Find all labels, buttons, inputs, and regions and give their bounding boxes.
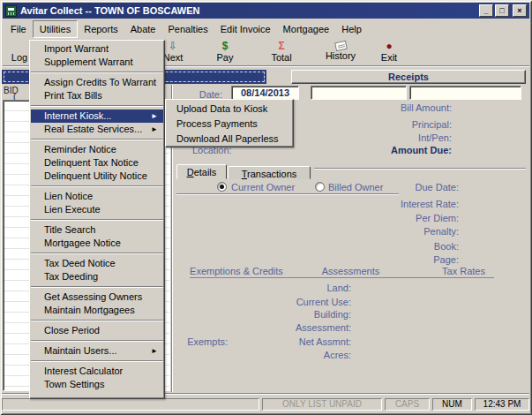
menu-item-town-settings[interactable]: Town Settings [31, 378, 163, 391]
close-button[interactable]: × [513, 4, 527, 17]
menu-item-lien-notice[interactable]: Lien Notice [31, 190, 163, 203]
amount-due-label: Amount Due: [335, 145, 452, 155]
interest-rate-label: Interest Rate: [300, 199, 459, 209]
date-field[interactable]: 08/14/2013 [231, 86, 299, 100]
menu-item-internet-kiosk[interactable]: Internet Kiosk...► [31, 109, 163, 123]
menu-item-tax-deeding[interactable]: Tax Deeding [31, 270, 163, 283]
menu-item-maintain-users[interactable]: Maintain Users...► [31, 344, 163, 358]
penalty-label: Penalty: [300, 226, 459, 237]
menu-separator [31, 286, 163, 287]
status-message-panel [2, 398, 259, 411]
menu-file[interactable]: File [4, 21, 33, 37]
menu-item-print-tax-bills[interactable]: Print Tax Bills [31, 89, 163, 102]
window-title: Avitar Collect -- TOWN OF BOSCAWEN [20, 5, 200, 16]
per-diem-label: Per Diem: [300, 213, 459, 223]
menu-reports[interactable]: Reports [78, 21, 124, 37]
bill-amount-label: Bill Amount: [335, 102, 452, 113]
submenu-arrow-icon: ► [151, 109, 158, 123]
current-use-label: Current Use: [221, 297, 351, 307]
acres-label: Acres: [221, 350, 351, 360]
submenu-arrow-icon: ► [151, 344, 158, 358]
menu-item-supplement-warrant[interactable]: Supplement Warrant [31, 56, 163, 69]
menu-item-import-warrant[interactable]: Import Warrant [31, 42, 163, 56]
exempts-label: Exempts: [185, 336, 228, 347]
current-owner-label: Current Owner [231, 182, 295, 192]
menu-separator [31, 219, 163, 220]
menu-utilities[interactable]: Utilities [33, 20, 78, 38]
history-button[interactable]: History [317, 40, 364, 65]
menu-separator [31, 72, 163, 72]
menu-separator [31, 360, 163, 361]
menu-item-close-period[interactable]: Close Period [31, 324, 163, 337]
book-label: Book: [300, 241, 459, 252]
tab-transactions[interactable]: Transactions [228, 166, 311, 179]
assessment-label: Assessment: [221, 322, 351, 333]
status-only-list-unpaid: ONLY LIST UNPAID [262, 398, 382, 411]
utilities-menu: Import Warrant Supplement Warrant Assign… [29, 40, 165, 399]
submenu-item-download-all-paperless[interactable]: Download All Paperless [166, 132, 293, 147]
menu-item-tax-deed-notice[interactable]: Tax Deed Notice [31, 257, 163, 270]
int-pen-label: Int/Pen: [335, 132, 452, 143]
title-bar: Avitar Collect -- TOWN OF BOSCAWEN _ □ × [3, 3, 529, 19]
down-arrow-icon: ⇩ [169, 40, 177, 52]
window-controls: _ □ × [479, 4, 527, 17]
assessments-header: Assessments [309, 266, 393, 276]
menu-separator [31, 105, 163, 106]
net-assmnt-label: Net Assmnt: [221, 336, 351, 347]
minimize-button[interactable]: _ [479, 4, 493, 17]
internet-kiosk-submenu: Upload Data to Kiosk Process Payments Do… [165, 99, 294, 147]
exit-button[interactable]: ● Exit [365, 40, 413, 65]
menu-item-reminder-notice[interactable]: Reminder Notice [31, 143, 163, 156]
menu-edit-invoice[interactable]: Edit Invoice [214, 21, 277, 37]
receipt-field-2[interactable] [409, 86, 521, 100]
menu-item-assign-credits[interactable]: Assign Credits To Warrant [31, 76, 163, 89]
page-label: Page: [300, 254, 459, 265]
section-underline [190, 277, 494, 278]
exit-icon: ● [386, 40, 392, 52]
due-date-label: Due Date: [300, 182, 459, 192]
dollar-icon: $ [222, 40, 229, 52]
total-button[interactable]: Σ Total [258, 40, 305, 65]
menu-item-title-search[interactable]: Title Search [31, 223, 163, 237]
menu-item-maintain-mortgagees[interactable]: Maintain Mortgagees [31, 304, 163, 317]
menu-separator [31, 340, 163, 341]
sigma-icon: Σ [278, 40, 284, 52]
building-label: Building: [221, 309, 351, 320]
menu-penalties[interactable]: Penalties [161, 21, 214, 37]
menu-mortgagee[interactable]: Mortgagee [277, 21, 336, 37]
menu-separator [31, 185, 163, 186]
menu-separator [31, 320, 163, 321]
tab-details[interactable]: Details [176, 164, 227, 179]
status-clock: 12:43 PM [475, 398, 529, 411]
menu-item-delinquent-utility-notice[interactable]: Delinquent Utility Notice [31, 170, 163, 183]
status-bar: ONLY LIST UNPAID CAPS NUM 12:43 PM [2, 397, 530, 412]
tabstrip-line [314, 168, 526, 169]
maximize-button[interactable]: □ [495, 4, 509, 17]
radio-current-owner[interactable] [217, 182, 227, 192]
receipts-header-button[interactable]: Receipts [291, 70, 526, 84]
status-num: NUM [432, 398, 472, 411]
receipt-field-1[interactable] [311, 86, 407, 100]
tax-rates-header: Tax Rates [422, 266, 506, 276]
menu-help[interactable]: Help [335, 21, 368, 37]
submenu-arrow-icon: ► [151, 123, 158, 136]
land-label: Land: [221, 283, 351, 293]
menu-item-mortgagee-notice[interactable]: Mortgagee Notice [31, 237, 163, 250]
menu-item-interest-calculator[interactable]: Interest Calculator [31, 365, 163, 378]
menu-separator [31, 253, 163, 253]
principal-label: Principal: [335, 119, 452, 130]
owner-separator [176, 193, 399, 194]
menu-separator [31, 139, 163, 140]
pay-button[interactable]: $ Pay [201, 40, 249, 65]
menu-item-get-assessing-owners[interactable]: Get Assessing Owners [31, 290, 163, 304]
menu-item-delinquent-tax-notice[interactable]: Delinquent Tax Notice [31, 156, 163, 170]
menu-item-lien-execute[interactable]: Lien Execute [31, 203, 163, 216]
submenu-item-process-payments[interactable]: Process Payments [166, 117, 293, 132]
app-window: Avitar Collect -- TOWN OF BOSCAWEN _ □ ×… [0, 0, 532, 415]
menu-bar: File Utilities Reports Abate Penalties E… [3, 19, 529, 39]
exemptions-credits-header: Exemptions & Credits [185, 266, 288, 276]
submenu-item-upload-data-to-kiosk[interactable]: Upload Data to Kiosk [166, 102, 293, 117]
menu-abate[interactable]: Abate [124, 21, 162, 37]
app-icon [5, 5, 17, 17]
menu-item-real-estate-services[interactable]: Real Estate Services...► [31, 123, 163, 136]
